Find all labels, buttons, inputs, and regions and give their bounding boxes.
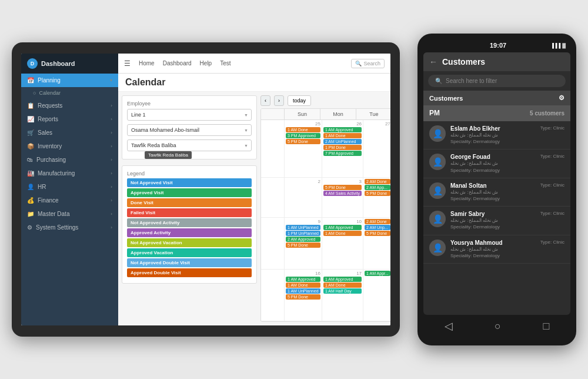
- customer-speciality-3: Speciality: Dermatology: [450, 224, 536, 230]
- sidebar-item-reports[interactable]: 📈 Reports ›: [21, 112, 118, 126]
- prev-button[interactable]: ‹: [260, 95, 270, 106]
- customer-item-0[interactable]: 👤 Eslam Abo Elkher ش نخله المملح: ش نخله…: [423, 121, 570, 149]
- customer-name-3: Samir Sabry: [450, 211, 536, 217]
- event[interactable]: 1 AM Appr...: [365, 271, 390, 276]
- event[interactable]: 1 AM Approved: [323, 127, 362, 132]
- event[interactable]: 2 AM Done: [365, 179, 390, 184]
- sidebar-item-hr[interactable]: 👤 HR ›: [21, 180, 118, 194]
- customer-info-2: Manal Soltan ش نخله المملح: ش نخله Speci…: [450, 182, 536, 202]
- recents-nav-icon[interactable]: □: [543, 320, 549, 333]
- calendar-grid: Sun Mon Tue 25 1 AM Done 3 PM Approved: [260, 108, 390, 322]
- event[interactable]: 1 AM Half Day: [323, 288, 362, 294]
- nav-test[interactable]: Test: [220, 60, 230, 67]
- week4-num: [261, 270, 285, 321]
- sidebar-item-planning[interactable]: 📅 Planning ▾: [21, 74, 118, 87]
- phone-topbar: ← Customers: [423, 52, 570, 71]
- back-arrow-icon[interactable]: ←: [429, 57, 437, 67]
- avatar-1: 👤: [429, 154, 446, 170]
- phone-page-title: Customers: [442, 57, 485, 67]
- customers-count: 5 customers: [530, 110, 564, 117]
- content-body: Employee Line 1 Osama Mohamed Abo-Ismail: [118, 92, 390, 325]
- cal-header-mon: Mon: [320, 109, 356, 119]
- avatar-0: 👤: [429, 125, 446, 142]
- sidebar-item-finance[interactable]: 💰 Finance ›: [21, 194, 118, 207]
- event[interactable]: 2 AM UnPlanned: [323, 139, 362, 144]
- event[interactable]: 2 AM Approved: [286, 237, 320, 242]
- phone-gear-icon[interactable]: ⚙: [559, 94, 564, 102]
- sidebar-item-manufacturing[interactable]: 🏭 Manufacturing ›: [21, 167, 118, 180]
- event[interactable]: 2 AM App...: [365, 185, 390, 190]
- event[interactable]: 4 AM Sales Activity: [323, 191, 362, 196]
- sidebar-item-inventory[interactable]: 📦 Inventory ›: [21, 139, 118, 153]
- sidebar-logo: D Dashboard: [21, 54, 118, 74]
- back-nav-icon[interactable]: ◁: [445, 320, 453, 333]
- phone-search[interactable]: 🔍 Search here to filter: [428, 75, 566, 87]
- event[interactable]: 1 AM UnPlanned: [286, 288, 320, 294]
- event[interactable]: 5 PM Done: [365, 191, 390, 196]
- employee-select[interactable]: Osama Mohamed Abo-Ismail: [127, 124, 252, 136]
- customer-list: 👤 Eslam Abo Elkher ش نخله المملح: ش نخله…: [423, 121, 570, 315]
- pm-badge: PM 5 customers: [423, 105, 570, 121]
- event[interactable]: 1 AM Approved: [286, 277, 320, 282]
- legend-approved-double: Approved Double Visit: [127, 268, 252, 277]
- event[interactable]: 5 PM Done: [286, 139, 320, 144]
- finance-icon: 💰: [27, 197, 34, 204]
- event[interactable]: 1 AM Done: [323, 133, 362, 138]
- event[interactable]: 2 AM Done: [365, 219, 390, 224]
- planning-arrow: ▾: [110, 78, 112, 83]
- event[interactable]: 1 AM Done: [286, 282, 320, 288]
- requests-icon: 📋: [27, 102, 34, 109]
- tawfik-select[interactable]: Tawfik Reda Baliba: [127, 139, 252, 151]
- planning-label: Planning: [38, 77, 61, 84]
- battery-icon: ▓: [562, 43, 566, 48]
- event[interactable]: 5 PM Done: [286, 242, 320, 248]
- customer-type-1: Type: Clinic: [540, 154, 564, 159]
- nav-dashboard[interactable]: Dashboard: [163, 60, 192, 67]
- sidebar-item-sales[interactable]: 🛒 Sales ›: [21, 126, 118, 139]
- event[interactable]: 5 PM Done: [365, 231, 390, 236]
- event[interactable]: 5 PM Done: [323, 185, 362, 190]
- customer-item-2[interactable]: 👤 Manal Soltan ش نخله المملح: ش نخله Spe…: [423, 178, 570, 207]
- customer-type-0: Type: Clinic: [540, 125, 564, 131]
- search-box[interactable]: 🔍 Search: [351, 59, 385, 68]
- sidebar-subitem-calendar[interactable]: ○ Calendar: [21, 87, 118, 99]
- calendar-header: Sun Mon Tue: [261, 109, 390, 120]
- legend-panel: Legend Not Approved Visit Approved Visit…: [122, 165, 257, 284]
- event[interactable]: 1 AM Approved: [323, 277, 362, 282]
- customer-item-1[interactable]: 👤 George Fouad ش نخله المملح: ش نخله Spe…: [423, 149, 570, 178]
- event[interactable]: 1 PM UnPlanned: [286, 231, 320, 236]
- search-label: Search: [363, 61, 380, 67]
- customer-info-3: Samir Sabry ش نخله المملح: ش نخله Specia…: [450, 211, 536, 230]
- today-button[interactable]: today: [288, 95, 311, 106]
- event[interactable]: 3 PM Approved: [286, 133, 320, 138]
- home-nav-icon[interactable]: ○: [495, 320, 501, 333]
- nav-home[interactable]: Home: [139, 60, 155, 67]
- cal-header-empty: [261, 109, 285, 119]
- sidebar-item-purchasing[interactable]: 🛍 Purchasing ›: [21, 153, 118, 167]
- event[interactable]: 2 AM Unp...: [365, 225, 390, 230]
- line-select[interactable]: Line 1: [127, 109, 252, 121]
- settings-label: System Settings: [36, 224, 78, 231]
- calendar-area: ‹ › today Sun Mon Tue: [260, 95, 390, 322]
- nav-help[interactable]: Help: [200, 60, 212, 67]
- next-button[interactable]: ›: [274, 95, 284, 106]
- event[interactable]: 1 AM Done: [323, 231, 362, 236]
- event[interactable]: 1 AM Done: [323, 282, 362, 288]
- customer-item-3[interactable]: 👤 Samir Sabry ش نخله المملح: ش نخله Spec…: [423, 207, 570, 235]
- event[interactable]: 1 AM Done: [286, 127, 320, 132]
- event[interactable]: 7 PM Approved: [323, 151, 362, 156]
- cal-cell-mon26: 26 1 AM Approved 1 AM Done 2 AM UnPlanne…: [322, 120, 363, 178]
- event[interactable]: 5 PM Done: [286, 294, 320, 300]
- event[interactable]: 1 PM Done: [323, 145, 362, 150]
- sidebar-item-requests[interactable]: 📋 Requests ›: [21, 99, 118, 112]
- event[interactable]: 1 AM UnPlanned: [286, 225, 320, 230]
- sidebar-item-settings[interactable]: ⚙ System Settings ›: [21, 221, 118, 234]
- sidebar-item-masterdata[interactable]: 📁 Master Data ›: [21, 207, 118, 221]
- hamburger-icon[interactable]: ☰: [124, 59, 131, 68]
- customer-speciality-2: Speciality: Dermatology: [450, 195, 536, 202]
- legend-label: Legend: [127, 171, 252, 177]
- customer-name-4: Yousrya Mahmoud: [450, 240, 536, 246]
- event[interactable]: 1 AM Approved: [323, 225, 362, 230]
- signal-icon: ▐▐▐: [550, 43, 560, 48]
- customer-item-4[interactable]: 👤 Yousrya Mahmoud ش نخله المملح: ش نخله …: [423, 235, 570, 264]
